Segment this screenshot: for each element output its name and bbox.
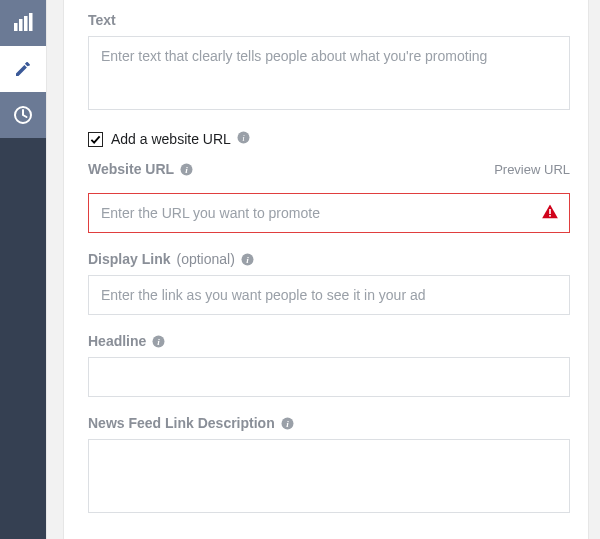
warning-icon [542,205,558,222]
svg-rect-0 [14,23,18,31]
preview-url-link[interactable]: Preview URL [494,162,570,177]
headline-label-text: Headline [88,333,146,349]
news-feed-desc-label-text: News Feed Link Description [88,415,275,431]
add-url-checkbox-label: Add a website URL i [111,131,250,147]
info-icon[interactable]: i [241,253,254,266]
info-icon[interactable]: i [281,417,294,430]
add-url-text: Add a website URL [111,131,231,147]
website-url-label: Website URL i [88,161,193,177]
display-link-optional: (optional) [176,251,234,267]
scroll-gutter [46,0,64,539]
pencil-icon [14,60,32,78]
sidebar-item-history[interactable] [0,92,46,138]
field-headline: Headline i [88,333,570,397]
field-news-feed-desc: News Feed Link Description i [88,415,570,516]
info-icon[interactable]: i [180,163,193,176]
svg-rect-2 [24,16,28,31]
info-icon[interactable]: i [152,335,165,348]
website-url-input[interactable] [88,193,570,233]
sidebar [0,0,46,539]
svg-rect-10 [549,215,551,217]
svg-rect-9 [549,209,551,214]
info-icon[interactable]: i [237,131,250,147]
headline-label: Headline i [88,333,570,349]
field-text: Text [88,12,570,113]
display-link-input[interactable] [88,275,570,315]
form-panel: Text Add a website URL i Website URL i [64,0,588,539]
svg-rect-3 [29,13,33,31]
sidebar-item-edit[interactable] [0,46,46,92]
add-url-checkbox[interactable] [88,132,103,147]
news-feed-desc-label: News Feed Link Description i [88,415,570,431]
news-feed-desc-input[interactable] [88,439,570,513]
headline-input[interactable] [88,357,570,397]
field-display-link: Display Link (optional) i [88,251,570,315]
clock-icon [13,105,33,125]
field-website-url: Website URL i Preview URL [88,161,570,233]
right-gutter [588,0,600,539]
text-input[interactable] [88,36,570,110]
svg-rect-1 [19,19,23,31]
text-label: Text [88,12,570,28]
bar-chart-icon [13,13,33,33]
display-link-label: Display Link (optional) i [88,251,570,267]
sidebar-item-performance[interactable] [0,0,46,46]
display-link-label-text: Display Link [88,251,170,267]
add-url-checkbox-row: Add a website URL i [88,131,570,147]
website-url-label-text: Website URL [88,161,174,177]
